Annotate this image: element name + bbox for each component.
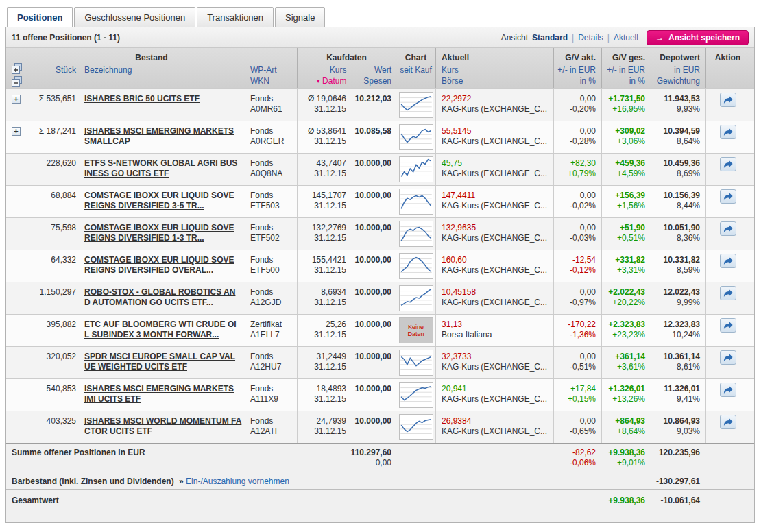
action-button[interactable] xyxy=(720,221,736,236)
gv-ges-pct: +1,56% xyxy=(602,201,645,211)
tab-geschlossene-positionen[interactable]: Geschlossene Positionen xyxy=(74,7,195,27)
action-button[interactable] xyxy=(720,93,736,107)
col-header-datum[interactable]: ▼Datum xyxy=(298,75,350,87)
action-button[interactable] xyxy=(720,415,736,429)
positions-count: 11 offene Positionen (1 - 11) xyxy=(12,33,120,43)
position-name-link[interactable]: COMSTAGE IBOXX EUR LIQUID SOVE REIGNS DI… xyxy=(84,255,234,275)
depot-weight: 8,36% xyxy=(651,233,700,243)
gv-akt-cell: +82,30 +0,79% xyxy=(553,154,601,185)
security-type: Fonds xyxy=(250,352,297,362)
purchase-date: 31.12.15 xyxy=(298,104,346,114)
position-name-link[interactable]: ISHARES MSCI EMERGING MARKETS IMI UCITS … xyxy=(84,384,234,404)
view-option-aktuell[interactable]: Aktuell xyxy=(614,33,638,43)
forward-arrow-icon xyxy=(723,128,733,136)
view-label: Ansicht xyxy=(501,33,528,43)
gv-akt-cell: 0,00 -0,51% xyxy=(553,347,601,378)
chart-thumb[interactable] xyxy=(399,124,433,150)
chart-thumb[interactable] xyxy=(399,189,433,215)
view-option-details[interactable]: Details xyxy=(578,33,603,43)
purchase-value: 10.000,00 xyxy=(350,255,391,265)
table-row: + 64,332 COMSTAGE IBOXX EUR LIQUID SOVE … xyxy=(6,250,754,282)
save-view-button[interactable]: → Ansicht speichern xyxy=(647,30,749,45)
action-button[interactable] xyxy=(720,189,736,204)
action-button[interactable] xyxy=(720,350,736,365)
table-body: + Σ 535,651 ISHARES BRIC 50 UCITS ETF Fo… xyxy=(6,88,754,443)
deposit-withdraw-link[interactable]: Ein-/Auszahlung vornehmen xyxy=(186,476,289,486)
chart-thumb[interactable] xyxy=(399,414,433,440)
chart-thumb[interactable] xyxy=(399,285,433,311)
depot-weight: 8,44% xyxy=(651,201,700,211)
sort-desc-icon: ▼ xyxy=(315,78,321,84)
chevron-right-icon: » xyxy=(179,476,184,486)
action-button[interactable] xyxy=(720,125,736,139)
position-name-link[interactable]: COMSTAGE IBOXX EUR LIQUID SOVE REIGNS DI… xyxy=(84,191,234,210)
chart-thumb[interactable] xyxy=(399,350,433,376)
action-button[interactable] xyxy=(720,157,736,171)
purchase-date: 31.12.15 xyxy=(298,394,346,404)
gv-akt-cell: 0,00 -0,02% xyxy=(553,186,601,217)
col-header-aktuell-kurs: Kurs xyxy=(442,64,459,75)
current-price: 55,5145 xyxy=(442,126,553,136)
expand-cell: + xyxy=(6,282,27,314)
expand-icon[interactable]: + xyxy=(12,127,21,136)
chart-thumb[interactable] xyxy=(399,382,433,408)
view-option-standard[interactable]: Standard xyxy=(532,33,568,43)
position-name-link[interactable]: ISHARES MSCI EMERGING MARKETS SMALLCAP xyxy=(84,126,234,146)
depot-value: 11.326,01 xyxy=(651,384,700,394)
chart-thumb[interactable]: Keine Daten xyxy=(399,317,433,343)
gv-akt-eur: 0,00 xyxy=(554,352,596,362)
position-name-link[interactable]: ISHARES BRIC 50 UCITS ETF xyxy=(84,94,200,104)
position-name-link[interactable]: ROBO-STOX - GLOBAL ROBOTICS AN D AUTOMAT… xyxy=(84,287,235,307)
shares-count: 403,325 xyxy=(27,411,80,443)
tab-signale[interactable]: Signale xyxy=(275,7,325,27)
position-name-link[interactable]: SPDR MSCI EUROPE SMALL CAP VAL UE WEIGHT… xyxy=(84,352,235,372)
depot-weight: 8,61% xyxy=(651,362,700,372)
tab-positionen[interactable]: Positionen xyxy=(7,7,73,27)
depot-value: 12.022,43 xyxy=(651,287,700,298)
col-header-gv-ges-pct: in % xyxy=(602,75,651,86)
exchange-name: KAG-Kurs (EXCHANGE_C... xyxy=(442,233,553,243)
purchase-value: 10.000,00 xyxy=(350,191,391,201)
gv-akt-cell: +17,84 +0,15% xyxy=(553,379,601,411)
forward-arrow-icon xyxy=(723,418,733,426)
expand-cell: + xyxy=(6,218,27,250)
expand-icon[interactable]: + xyxy=(12,95,21,104)
position-name-link[interactable]: ETC AUF BLOOMBERG WTI CRUDE OI L SUBINDE… xyxy=(84,319,237,339)
action-button[interactable] xyxy=(720,318,736,332)
action-button[interactable] xyxy=(720,286,736,300)
col-header-wp-art: WP-Art xyxy=(245,64,297,75)
purchase-value: 10.000,00 xyxy=(350,319,391,330)
save-view-label: Ansicht speichern xyxy=(668,33,740,43)
chart-thumb[interactable] xyxy=(399,221,433,247)
action-button[interactable] xyxy=(720,254,736,268)
purchase-value: 10.000,00 xyxy=(350,352,391,362)
collapse-all-icon[interactable] xyxy=(12,76,23,87)
current-price: 20,941 xyxy=(442,384,553,394)
position-name-link[interactable]: COMSTAGE IBOXX EUR LIQUID SOVE REIGNS DI… xyxy=(84,223,234,243)
expand-all-icon[interactable] xyxy=(12,63,23,74)
action-button[interactable] xyxy=(720,383,736,397)
tab-transaktionen[interactable]: Transaktionen xyxy=(197,7,274,27)
total-row: Gesamtwert +9.938,36 -10.061,64 xyxy=(6,489,754,522)
gv-akt-pct: -1,36% xyxy=(554,330,596,340)
purchase-price: 145,1707 xyxy=(298,191,346,201)
current-price: 10,45158 xyxy=(442,287,553,298)
chart-thumb[interactable] xyxy=(399,156,433,182)
gv-ges-eur: +864,93 xyxy=(602,416,645,426)
forward-arrow-icon xyxy=(723,192,733,201)
sum-gv-akt-eur: -82,62 xyxy=(553,448,596,458)
current-price: 22,2972 xyxy=(442,94,553,104)
position-name-link[interactable]: ISHARES MSCI WORLD MOMENTUM FA CTOR UCIT… xyxy=(84,416,241,436)
chart-thumb[interactable] xyxy=(399,92,433,118)
purchase-date: 31.12.15 xyxy=(298,298,346,308)
chart-thumb[interactable] xyxy=(399,253,433,279)
col-header-aktion: Aktion xyxy=(706,48,749,64)
view-switch: Ansicht Standard | Details | Aktuell xyxy=(501,33,638,43)
col-header-seit-kauf: seit Kauf xyxy=(396,64,435,75)
position-name-link[interactable]: ETFS S-NETWORK GLOBAL AGRI BUS INESS GO … xyxy=(84,158,237,178)
shares-count: 64,332 xyxy=(27,250,80,282)
tab-bar: Positionen Geschlossene Positionen Trans… xyxy=(5,7,772,27)
table-row: + 395,882 ETC AUF BLOOMBERG WTI CRUDE OI… xyxy=(6,314,754,346)
col-header-gv-akt-eur: +/- in EUR xyxy=(554,64,601,75)
gv-akt-eur: -170,22 xyxy=(554,319,596,330)
